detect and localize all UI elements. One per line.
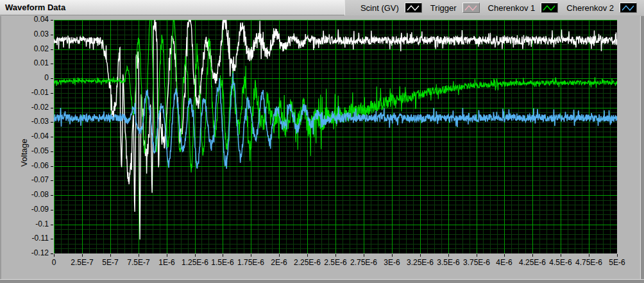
x-tick: [82, 254, 83, 257]
waveform-icon[interactable]: [620, 3, 637, 13]
y-tick-label: -0.12: [0, 248, 49, 258]
y-tick: [51, 108, 53, 108]
y-tick-label: -0.01: [0, 88, 49, 98]
legend-item-scint-gv[interactable]: Scint (GV): [360, 3, 422, 13]
plot-area: [54, 20, 617, 253]
y-tick: [51, 180, 53, 181]
x-tick: [589, 254, 589, 257]
y-tick-label: -0.11: [0, 234, 49, 243]
legend-label: Cherenkov 2: [566, 3, 614, 13]
y-tick-label: -0.02: [0, 103, 49, 112]
y-tick-label: -0.06: [0, 161, 49, 171]
x-tick: [392, 254, 393, 257]
y-tick-label: -0.03: [0, 117, 49, 126]
x-tick: [420, 254, 421, 257]
x-tick: [54, 254, 55, 257]
y-tick-label: -0.07: [0, 175, 49, 185]
y-tick-label: 0.02: [0, 44, 49, 54]
x-tick: [561, 254, 561, 257]
legend-label: Trigger: [430, 3, 457, 13]
waveform-data-window: Waveform Data Scint (GV)TriggerCherenkov…: [0, 0, 644, 283]
panel-right-edge: [640, 16, 644, 283]
y-tick: [51, 239, 53, 239]
x-tick: [110, 254, 111, 257]
x-tick: [195, 254, 196, 257]
waveform-icon[interactable]: [405, 3, 422, 13]
y-tick: [51, 137, 53, 137]
legend-label: Cherenkov 1: [488, 3, 536, 13]
y-tick: [51, 35, 53, 35]
x-tick-label: 5E-6: [595, 258, 640, 267]
y-tick: [51, 122, 53, 123]
x-tick: [251, 254, 251, 257]
y-tick: [51, 151, 53, 152]
plot-legend: Scint (GV)TriggerCherenkov 1Cherenkov 2: [344, 0, 644, 15]
panel-bottom-edge: [0, 279, 644, 283]
x-tick: [279, 254, 280, 257]
legend-label: Scint (GV): [360, 3, 399, 13]
y-tick-label: 0: [0, 73, 49, 83]
y-tick: [51, 64, 53, 64]
y-tick-label: -0.05: [0, 146, 49, 156]
y-tick-label: -0.1: [0, 219, 49, 229]
x-tick: [477, 254, 477, 257]
waveform-icon[interactable]: [462, 3, 480, 13]
x-tick: [617, 254, 618, 257]
legend-item-trigger[interactable]: Trigger: [430, 3, 480, 13]
page-title: Waveform Data: [5, 3, 65, 12]
x-tick: [335, 254, 336, 257]
y-tick-label: 0.01: [0, 58, 49, 68]
y-tick-label: 0.04: [0, 15, 49, 24]
y-tick-label: 0.03: [0, 30, 49, 39]
x-tick: [223, 254, 223, 257]
y-tick: [51, 225, 53, 225]
y-tick: [51, 195, 53, 196]
legend-item-cherenkov-2[interactable]: Cherenkov 2: [566, 3, 637, 13]
y-tick-label: -0.04: [0, 132, 49, 141]
y-tick: [51, 210, 53, 210]
y-tick-label: -0.09: [0, 205, 49, 214]
x-tick: [307, 254, 308, 257]
x-tick: [504, 254, 505, 257]
y-tick: [51, 93, 53, 94]
waveform-icon[interactable]: [541, 3, 558, 13]
waveform-chart: [54, 20, 617, 253]
y-tick: [51, 166, 53, 167]
y-tick: [51, 20, 53, 21]
y-tick: [51, 78, 53, 79]
legend-item-cherenkov-1[interactable]: Cherenkov 1: [488, 3, 559, 13]
y-tick-label: -0.08: [0, 190, 49, 200]
x-tick: [448, 254, 449, 257]
y-tick: [51, 49, 53, 50]
x-tick: [364, 254, 364, 257]
x-tick: [167, 254, 167, 257]
x-tick: [532, 254, 533, 257]
y-tick: [51, 253, 53, 254]
x-tick: [139, 254, 139, 257]
